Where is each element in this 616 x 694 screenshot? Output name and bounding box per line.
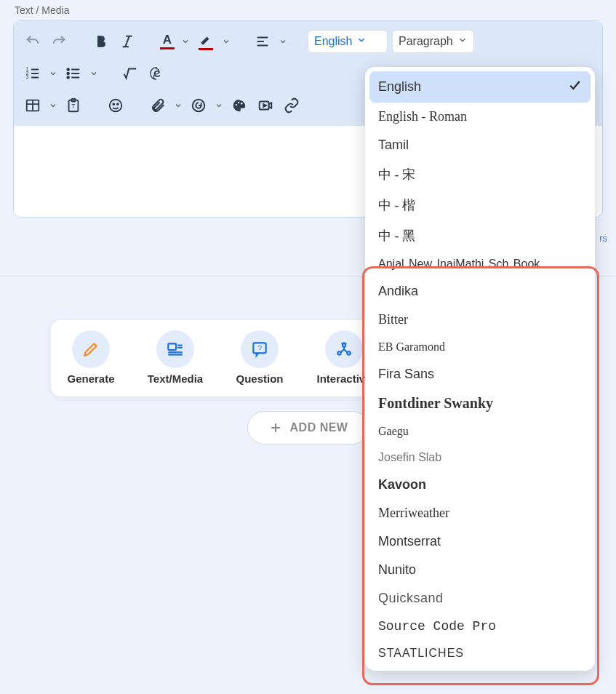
svg-point-31 <box>241 103 242 104</box>
font-family-select[interactable]: English <box>308 30 388 53</box>
svg-point-30 <box>238 102 239 103</box>
font-option[interactable]: Source Code Pro <box>365 613 595 640</box>
add-new-button[interactable]: ADD NEW <box>247 411 369 444</box>
font-color-button[interactable]: A <box>158 31 177 52</box>
palette-button[interactable] <box>228 94 251 117</box>
ordered-list-button[interactable]: 123 <box>21 62 44 85</box>
chevron-down-icon <box>49 101 57 110</box>
undo-icon <box>25 33 41 49</box>
svg-point-16 <box>67 73 69 75</box>
font-option-label: Fontdiner Swanky <box>378 395 493 412</box>
font-option[interactable]: Merriweather <box>365 499 595 527</box>
font-color-icon: A <box>163 33 172 46</box>
link-button[interactable] <box>280 94 303 117</box>
font-option[interactable]: English - Roman <box>365 103 595 131</box>
bullet-list-dropdown[interactable] <box>88 69 100 78</box>
font-option-label: Kavoon <box>378 477 426 492</box>
video-icon <box>257 97 273 113</box>
bold-button[interactable] <box>89 30 113 53</box>
align-button[interactable] <box>251 30 274 53</box>
font-option-label: 中 - 黑 <box>378 227 415 244</box>
svg-marker-33 <box>263 104 266 107</box>
font-option-label: Nunito <box>378 562 416 578</box>
font-option[interactable]: 中 - 黑 <box>365 220 595 251</box>
attach-dropdown[interactable] <box>172 101 184 110</box>
chemistry-button[interactable]: C <box>145 62 168 85</box>
font-option-label: 中 - 楷 <box>378 196 415 214</box>
bullet-list-button[interactable] <box>62 62 85 85</box>
font-color-dropdown[interactable] <box>180 37 191 46</box>
highlight-button[interactable] <box>194 30 217 53</box>
sqrt-button[interactable] <box>119 62 142 85</box>
italic-button[interactable] <box>116 30 139 53</box>
font-option[interactable]: Fontdiner Swanky <box>365 388 595 418</box>
font-option[interactable]: Bitter <box>365 306 595 334</box>
font-option[interactable]: Kavoon <box>365 471 595 499</box>
action-label: Question <box>236 372 283 385</box>
font-option[interactable]: Nunito <box>365 556 595 584</box>
svg-point-25 <box>110 100 122 112</box>
font-option[interactable]: 中 - 宋 <box>365 159 595 190</box>
font-option-label: English <box>378 79 421 95</box>
toolbar-row-1: A English Paragra <box>21 25 595 57</box>
attach-button[interactable] <box>146 94 169 117</box>
redo-button[interactable] <box>47 30 71 53</box>
emoji-button[interactable] <box>104 94 127 117</box>
chevron-down-icon <box>457 35 468 45</box>
action-generate[interactable]: Generate <box>58 330 124 385</box>
table-dropdown[interactable] <box>47 101 59 110</box>
video-button[interactable] <box>254 94 277 117</box>
font-option[interactable]: Montserrat <box>365 527 595 556</box>
font-dropdown: EnglishEnglish - RomanTamil中 - 宋中 - 楷中 -… <box>365 67 595 671</box>
italic-icon <box>119 33 135 49</box>
font-option-label: Quicksand <box>378 591 444 606</box>
font-option-label: Andika <box>378 284 418 299</box>
bold-icon <box>93 33 109 49</box>
bullet-list-icon <box>65 65 81 81</box>
font-option-label: Source Code Pro <box>378 619 496 634</box>
ordered-list-dropdown[interactable] <box>47 69 59 78</box>
clipboard-text-icon: T <box>65 97 81 113</box>
align-dropdown[interactable] <box>277 37 289 46</box>
font-option-label: Tamil <box>378 137 409 153</box>
font-option[interactable]: Staatliches <box>365 640 595 666</box>
font-option[interactable]: Fira Sans <box>365 360 595 388</box>
font-option[interactable]: 中 - 楷 <box>365 190 595 220</box>
font-option[interactable]: English <box>369 71 591 103</box>
highlight-dropdown[interactable] <box>220 37 232 46</box>
font-option-label: Staatliches <box>378 647 464 660</box>
table-button[interactable] <box>21 94 44 117</box>
svg-text:?: ? <box>258 343 263 351</box>
font-option-label: Merriweather <box>378 506 449 521</box>
text-media-icon <box>166 340 185 359</box>
font-option[interactable]: Quicksand <box>365 584 595 613</box>
grammarly-button[interactable] <box>187 94 210 117</box>
font-option[interactable]: EB Garamond <box>365 334 595 360</box>
font-option-label: Bitter <box>378 312 408 327</box>
partial-label: rs <box>599 233 607 244</box>
add-new-label: ADD NEW <box>290 421 348 434</box>
paragraph-style-select[interactable]: Paragraph <box>392 30 474 53</box>
svg-point-15 <box>67 68 69 71</box>
font-option[interactable]: Andika <box>365 277 595 306</box>
font-option-label: EB Garamond <box>378 340 445 354</box>
action-question[interactable]: ? Question <box>227 330 292 385</box>
font-option[interactable]: Gaegu <box>365 418 595 444</box>
interactive-icon <box>335 340 353 359</box>
align-left-icon <box>255 33 271 49</box>
svg-point-29 <box>236 104 237 105</box>
font-option-label: 中 - 宋 <box>378 166 415 183</box>
font-option[interactable]: Tamil <box>365 131 595 159</box>
svg-text:C: C <box>153 68 160 79</box>
action-text-media[interactable]: Text/Media <box>143 330 208 385</box>
chevron-down-icon <box>356 35 367 45</box>
ordered-list-icon: 123 <box>25 65 41 81</box>
font-option[interactable]: Josefin Slab <box>365 444 595 471</box>
paste-text-button[interactable]: T <box>62 94 85 117</box>
undo-button[interactable] <box>21 30 44 53</box>
smile-icon <box>108 97 124 113</box>
sqrt-icon <box>122 65 138 81</box>
font-option[interactable]: Anjal New InaiMathi Sch Book <box>365 251 595 277</box>
font-option-label: Anjal New InaiMathi Sch Book <box>378 258 540 271</box>
grammarly-dropdown[interactable] <box>213 101 225 110</box>
